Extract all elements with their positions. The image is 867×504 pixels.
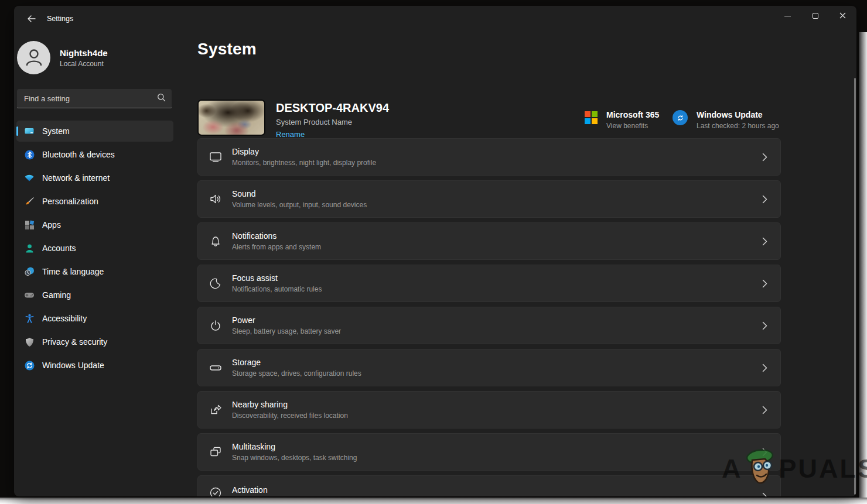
nearby-sharing-row[interactable]: Nearby sharing Discoverability, received…: [197, 391, 781, 428]
row-title: Nearby sharing: [232, 400, 762, 409]
close-button[interactable]: [829, 6, 856, 26]
wifi-icon: [24, 173, 35, 183]
monitor-icon: [208, 149, 223, 164]
sidebar-item-label: Network & internet: [42, 173, 110, 183]
row-subtitle: Storage space, drives, configuration rul…: [232, 369, 762, 378]
sidebar-item-privacy-security[interactable]: Privacy & security: [16, 331, 173, 352]
notifications-row[interactable]: Notifications Alerts from apps and syste…: [197, 222, 781, 260]
person-icon: [24, 243, 35, 253]
speaker-icon: [208, 191, 223, 207]
update-sync-icon: [673, 110, 688, 125]
chevron-right-icon: [762, 448, 767, 457]
device-name: DESKTOP-4RAKV94: [276, 101, 389, 115]
row-subtitle: Snap windows, desktops, task switching: [232, 454, 762, 462]
search-icon: [157, 93, 166, 104]
ms365-subtitle[interactable]: View benefits: [606, 122, 659, 130]
sidebar-item-accounts[interactable]: Accounts: [16, 238, 173, 259]
windows-update-title: Windows Update: [697, 110, 779, 119]
apps-grid-icon: [24, 220, 35, 230]
sidebar-item-network-internet[interactable]: Network & internet: [16, 167, 173, 188]
sidebar: Nightsh4de Local Account Find a setting …: [14, 32, 196, 496]
microsoft-365-card[interactable]: Microsoft 365 View benefits: [585, 110, 659, 130]
shield-icon: [24, 337, 35, 347]
microsoft-logo-icon: [585, 111, 598, 124]
minimize-button[interactable]: [774, 6, 801, 26]
chevron-right-icon: [762, 195, 767, 204]
gamepad-icon: [24, 290, 35, 300]
power-row[interactable]: Power Sleep, battery usage, battery save…: [197, 307, 781, 344]
check-circle-icon: [208, 485, 223, 496]
chevron-right-icon: [762, 492, 767, 496]
selected-indicator: [16, 126, 18, 136]
person-avatar-icon: [24, 47, 44, 69]
row-title: Power: [232, 316, 762, 325]
window-controls: [774, 6, 856, 26]
row-title: Display: [232, 147, 762, 156]
drive-icon: [208, 360, 223, 375]
chevron-right-icon: [762, 153, 767, 162]
device-wallpaper-thumbnail: [197, 100, 265, 136]
close-icon: [839, 11, 846, 21]
power-icon: [208, 318, 223, 333]
minimize-icon: [784, 16, 791, 16]
bluetooth-icon: [24, 149, 35, 160]
sidebar-item-system[interactable]: System: [16, 121, 173, 142]
sidebar-item-label: System: [42, 126, 70, 136]
search-input[interactable]: Find a setting: [17, 89, 172, 108]
bell-icon: [208, 234, 223, 249]
main-content: System DESKTOP-4RAKV94 System Product Na…: [196, 32, 856, 496]
user-profile[interactable]: Nightsh4de Local Account: [17, 41, 108, 74]
scrollbar-thumb[interactable]: [854, 78, 856, 495]
sidebar-nav: System Bluetooth & devices Network & int…: [16, 121, 173, 378]
rename-link[interactable]: Rename: [276, 130, 389, 139]
focus-assist-row[interactable]: Focus assist Notifications, automatic ru…: [197, 265, 781, 302]
screenshot-bottom-edge: [0, 498, 867, 504]
window-title: Settings: [47, 15, 73, 23]
row-subtitle: Discoverability, received files location: [232, 412, 762, 420]
system-icon: [24, 126, 35, 136]
multitasking-row[interactable]: Multitasking Snap windows, desktops, tas…: [197, 433, 781, 471]
screenshot-right-edge: [859, 32, 867, 504]
sidebar-item-time-language[interactable]: Time & language: [16, 261, 173, 282]
windows-update-card[interactable]: Windows Update Last checked: 2 hours ago: [673, 110, 779, 130]
display-row[interactable]: Display Monitors, brightness, night ligh…: [197, 138, 781, 176]
row-title: Multitasking: [232, 442, 762, 451]
row-subtitle: Volume levels, output, input, sound devi…: [232, 201, 762, 209]
settings-window: Settings Nightsh4de Local Account: [14, 6, 856, 496]
row-title: Notifications: [232, 231, 762, 241]
sidebar-item-windows-update[interactable]: Windows Update: [16, 355, 173, 376]
windows-stack-icon: [208, 444, 223, 460]
maximize-button[interactable]: [801, 6, 829, 26]
sidebar-item-apps[interactable]: Apps: [16, 214, 173, 235]
sidebar-item-label: Time & language: [42, 267, 104, 276]
paintbrush-icon: [24, 196, 35, 207]
storage-row[interactable]: Storage Storage space, drives, configura…: [197, 349, 781, 386]
profile-name: Nightsh4de: [60, 48, 108, 58]
sidebar-item-bluetooth-devices[interactable]: Bluetooth & devices: [16, 144, 173, 165]
clock-language-icon: [24, 266, 35, 277]
ms365-title: Microsoft 365: [606, 110, 659, 119]
windows-update-status: Last checked: 2 hours ago: [697, 122, 779, 130]
row-subtitle: Sleep, battery usage, battery saver: [232, 327, 762, 335]
share-icon: [208, 402, 223, 417]
row-title: Sound: [232, 189, 762, 198]
maximize-icon: [813, 13, 818, 19]
back-button[interactable]: [22, 12, 40, 27]
sidebar-item-accessibility[interactable]: Accessibility: [16, 308, 173, 329]
sidebar-item-label: Windows Update: [42, 361, 104, 370]
chevron-right-icon: [762, 364, 767, 372]
sidebar-item-label: Bluetooth & devices: [42, 150, 115, 159]
accessibility-person-icon: [24, 313, 35, 324]
moon-icon: [208, 276, 223, 291]
row-title: Focus assist: [232, 273, 762, 283]
titlebar: Settings: [14, 6, 856, 32]
sidebar-item-personalization[interactable]: Personalization: [16, 191, 173, 212]
sound-row[interactable]: Sound Volume levels, output, input, soun…: [197, 180, 781, 218]
device-product-name: System Product Name: [276, 118, 389, 126]
row-subtitle: Alerts from apps and system: [232, 243, 762, 251]
sidebar-item-gaming[interactable]: Gaming: [16, 284, 173, 306]
sidebar-item-label: Accessibility: [42, 314, 87, 323]
activation-row[interactable]: Activation: [197, 475, 781, 496]
sidebar-item-label: Apps: [42, 220, 61, 229]
chevron-right-icon: [762, 321, 767, 330]
